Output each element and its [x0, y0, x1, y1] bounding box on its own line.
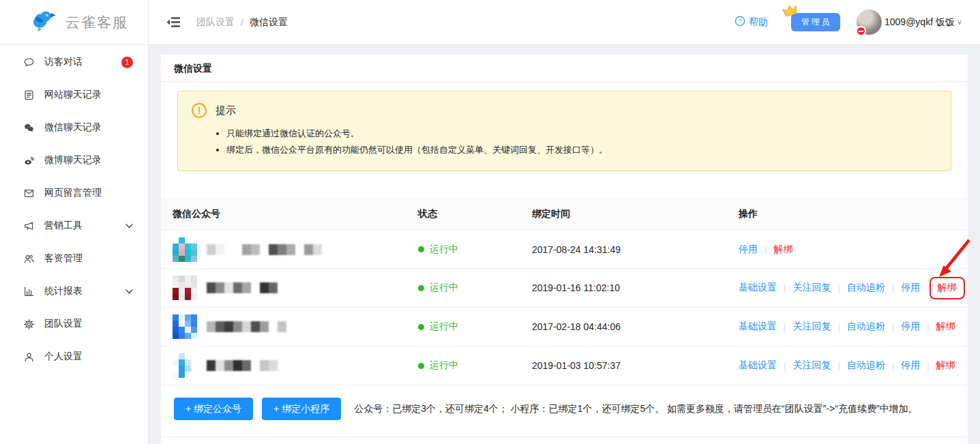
collapse-sidebar-icon[interactable] — [166, 16, 181, 28]
sidebar-item-user[interactable]: 个人设置 — [0, 340, 148, 373]
account-name-redacted — [207, 360, 278, 371]
action-link[interactable]: 停用 — [901, 321, 920, 333]
bar-chart-icon — [23, 286, 35, 297]
section-divider — [161, 436, 968, 437]
breadcrumb-current: 微信设置 — [250, 16, 288, 29]
status-text: 运行中 — [430, 282, 458, 294]
sidebar-item-megaphone[interactable]: 营销工具 — [0, 209, 148, 242]
user-icon — [23, 351, 35, 363]
bind-mini-program-button[interactable]: + 绑定小程序 — [262, 398, 341, 420]
status-minus-badge — [856, 26, 866, 36]
column-header: 状态 — [406, 208, 520, 220]
bind-official-account-button[interactable]: + 绑定公众号 — [174, 398, 253, 420]
help-button[interactable]: ? 帮助 — [734, 16, 768, 29]
sidebar-item-label: 客资管理 — [44, 252, 83, 265]
status-cell: 运行中 — [406, 359, 520, 372]
gear-icon — [23, 319, 35, 330]
user-menu[interactable]: 1009@yqkf 饭饭 ∨ — [857, 10, 962, 35]
action-link[interactable]: 自动追粉 — [847, 282, 885, 294]
quota-text: 公众号：已绑定3个，还可绑定4个； 小程序：已绑定1个，还可绑定5个。 如需更多… — [354, 403, 917, 415]
sidebar-item-label: 访客对话 — [44, 56, 83, 68]
status-text: 运行中 — [430, 243, 458, 256]
action-link[interactable]: 停用 — [901, 359, 920, 372]
action-link[interactable]: 关注回复 — [792, 282, 831, 294]
sidebar-item-wechat[interactable]: 微信聊天记录 — [0, 111, 148, 144]
sidebar-item-document[interactable]: 网站聊天记录 — [0, 78, 148, 111]
brand-name: 云雀客服 — [65, 13, 128, 32]
user-name: 1009@yqkf 饭饭 — [885, 16, 955, 29]
svg-text:?: ? — [739, 18, 742, 25]
account-cell — [161, 237, 406, 262]
action-unbind[interactable]: 解绑 — [938, 282, 957, 293]
action-separator: | — [784, 322, 786, 332]
document-icon — [23, 89, 35, 101]
action-unbind[interactable]: 解绑 — [936, 321, 955, 333]
action-link[interactable]: 自动追粉 — [847, 321, 885, 333]
help-question-icon: ? — [734, 16, 745, 29]
action-unbind[interactable]: 解绑 — [936, 359, 955, 372]
bound-time-cell: 2019-01-03 10:57:37 — [520, 360, 727, 371]
action-separator: | — [837, 283, 840, 293]
accounts-table: 微信公众号 状态 绑定时间 操作 运行中 2017-08-24 14:31:49… — [161, 198, 968, 385]
action-link[interactable]: 停用 — [901, 282, 920, 294]
sidebar-item-chat-bubble[interactable]: 访客对话1 — [0, 46, 148, 78]
action-link[interactable]: 自动追粉 — [847, 359, 885, 372]
actions-cell: 停用|解绑 — [727, 243, 968, 256]
mail-icon — [23, 188, 35, 199]
account-cell — [161, 276, 406, 300]
tip-list: 只能绑定通过微信认证的公众号。绑定后，微信公众平台原有的功能仍然可以使用（包括自… — [192, 125, 937, 158]
action-link[interactable]: 停用 — [739, 243, 758, 256]
bird-logo-icon — [30, 9, 57, 35]
users-icon — [23, 253, 35, 265]
sidebar-item-bar-chart[interactable]: 统计报表 — [0, 275, 148, 308]
brand-logo[interactable]: 云雀客服 — [0, 0, 148, 45]
breadcrumb-separator: / — [241, 17, 243, 28]
account-avatar — [173, 353, 197, 378]
tip-line: 只能绑定通过微信认证的公众号。 — [226, 125, 937, 142]
tip-title: 提示 — [216, 104, 236, 117]
action-link[interactable]: 基础设置 — [739, 321, 777, 333]
account-name-redacted — [207, 244, 322, 255]
role-badge: 管理员 — [791, 13, 840, 31]
sidebar-nav: 访客对话1网站聊天记录微信聊天记录微博聊天记录网页留言管理营销工具客资管理统计报… — [0, 45, 148, 373]
action-unbind[interactable]: 解绑 — [773, 243, 792, 256]
content: 微信设置 ! 提示 只能绑定通过微信认证的公众号。绑定后，微信公众平台原有的功能… — [149, 45, 980, 444]
annotation-highlight-box: 解绑 — [930, 277, 965, 299]
chevron-down-icon — [125, 289, 133, 294]
chevron-down-icon — [125, 224, 133, 228]
tip-box: ! 提示 只能绑定通过微信认证的公众号。绑定后，微信公众平台原有的功能仍然可以使… — [177, 91, 951, 171]
role-badge-label: 管理员 — [801, 17, 832, 27]
sidebar-item-label: 团队设置 — [44, 318, 83, 330]
action-link[interactable]: 关注回复 — [792, 359, 831, 372]
action-separator: | — [764, 244, 767, 254]
actions-cell: 基础设置|关注回复|自动追粉|停用|解绑 — [727, 359, 968, 372]
status-cell: 运行中 — [406, 243, 520, 256]
column-header: 微信公众号 — [161, 208, 406, 220]
column-header: 操作 — [727, 208, 968, 220]
crown-icon — [782, 5, 799, 20]
account-avatar — [173, 237, 197, 262]
wechat-icon — [23, 122, 35, 134]
status-text: 运行中 — [430, 321, 458, 333]
column-header: 绑定时间 — [520, 208, 727, 220]
account-avatar — [173, 276, 197, 300]
sidebar-item-users[interactable]: 客资管理 — [0, 242, 148, 275]
action-link[interactable]: 基础设置 — [739, 359, 777, 372]
sidebar-item-mail[interactable]: 网页留言管理 — [0, 177, 148, 209]
sidebar-item-gear[interactable]: 团队设置 — [0, 308, 148, 340]
warning-icon: ! — [192, 103, 207, 118]
action-separator: | — [892, 322, 894, 332]
chat-bubble-icon — [23, 57, 35, 68]
status-text: 运行中 — [430, 359, 458, 372]
action-link[interactable]: 关注回复 — [792, 321, 831, 333]
action-link[interactable]: 基础设置 — [739, 282, 777, 294]
table-header-row: 微信公众号 状态 绑定时间 操作 — [161, 198, 968, 230]
tip-line: 绑定后，微信公众平台原有的功能仍然可以使用（包括自定义菜单、关键词回复、开发接口… — [226, 142, 937, 158]
action-separator: | — [892, 283, 894, 293]
sidebar-item-weibo[interactable]: 微博聊天记录 — [0, 144, 148, 177]
sidebar-item-label: 微信聊天记录 — [44, 121, 102, 134]
breadcrumb-parent[interactable]: 团队设置 — [196, 16, 235, 29]
account-name-redacted — [207, 282, 278, 293]
sidebar-item-label: 网页留言管理 — [44, 187, 102, 199]
sidebar-item-label: 个人设置 — [44, 351, 83, 363]
